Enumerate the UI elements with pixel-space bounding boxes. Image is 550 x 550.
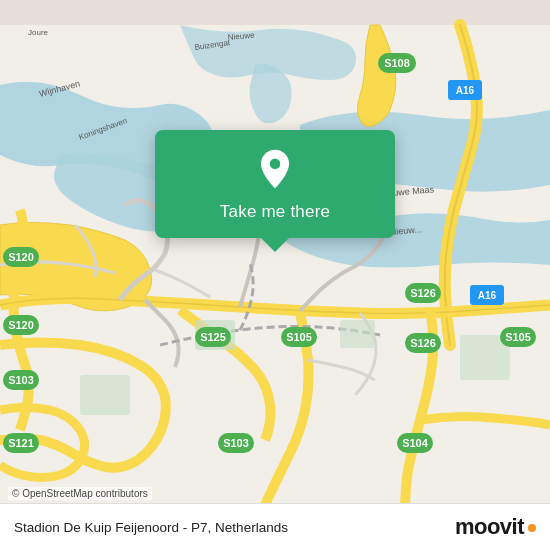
map-container: S108 A16 A16 S120 S120 S125 S105 S126 S1…: [0, 0, 550, 550]
svg-text:S108: S108: [384, 57, 410, 69]
svg-text:A16: A16: [478, 290, 497, 301]
moovit-logo: moovit: [455, 514, 536, 540]
svg-text:S120: S120: [8, 319, 34, 331]
svg-text:S103: S103: [8, 374, 34, 386]
bottom-bar: Stadion De Kuip Feijenoord - P7, Netherl…: [0, 503, 550, 550]
svg-text:S125: S125: [200, 331, 226, 343]
map-attribution: © OpenStreetMap contributors: [8, 487, 152, 500]
svg-text:S105: S105: [505, 331, 531, 343]
map-background: S108 A16 A16 S120 S120 S125 S105 S126 S1…: [0, 0, 550, 550]
svg-text:S105: S105: [286, 331, 312, 343]
svg-text:S120: S120: [8, 251, 34, 263]
svg-text:S121: S121: [8, 437, 34, 449]
take-me-there-button[interactable]: Take me there: [220, 202, 330, 222]
svg-text:S103: S103: [223, 437, 249, 449]
location-popup: Take me there: [155, 130, 395, 238]
svg-rect-2: [340, 320, 375, 348]
location-name: Stadion De Kuip Feijenoord - P7, Netherl…: [14, 520, 288, 535]
svg-rect-3: [80, 375, 130, 415]
moovit-brand-text: moovit: [455, 514, 524, 540]
svg-text:A16: A16: [456, 85, 475, 96]
svg-text:S126: S126: [410, 337, 436, 349]
svg-text:S104: S104: [402, 437, 429, 449]
location-pin-icon: [253, 148, 297, 192]
svg-text:Joure: Joure: [28, 28, 49, 37]
svg-text:S126: S126: [410, 287, 436, 299]
svg-point-40: [270, 159, 281, 170]
moovit-dot-icon: [528, 524, 536, 532]
